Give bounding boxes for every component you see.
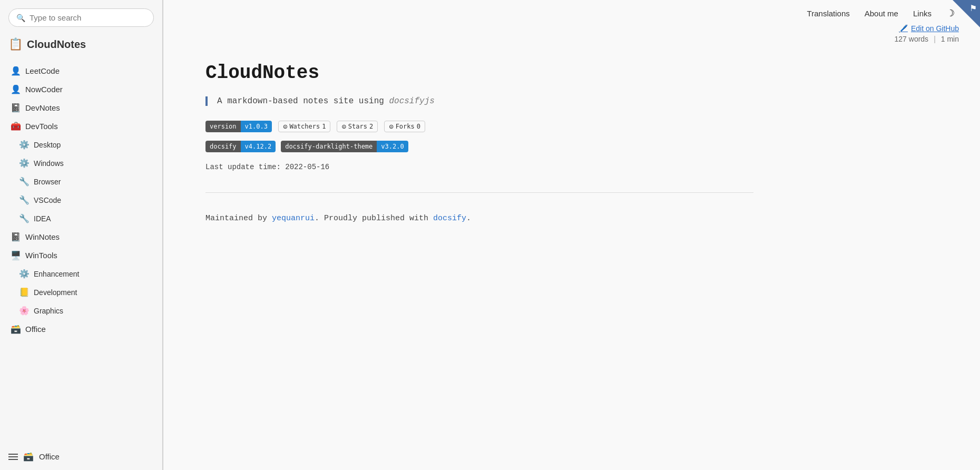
version-badge-label: version — [205, 121, 241, 132]
footer-suffix: . — [466, 214, 471, 223]
moon-icon[interactable]: ☽ — [946, 7, 955, 19]
links-link[interactable]: Links — [913, 9, 932, 18]
hamburger-icon[interactable] — [8, 454, 18, 460]
browser-label: Browser — [34, 178, 61, 186]
logo: 📋 CloudNotes — [0, 37, 162, 62]
logo-text: CloudNotes — [27, 38, 86, 51]
blockquote-prefix: A markdown-based notes site using — [217, 96, 389, 106]
sidebar-item-devtools[interactable]: 🧰DevTools — [0, 117, 162, 135]
devtools-icon: 🧰 — [11, 121, 21, 131]
translations-link[interactable]: Translations — [807, 9, 850, 18]
docsify-badge-value: v4.12.2 — [241, 141, 276, 152]
search-input[interactable] — [30, 13, 146, 22]
vscode-label: VSCode — [34, 196, 61, 204]
edit-github-row: 🖊️ Edit on GitHub — [163, 24, 980, 33]
sidebar-item-windows[interactable]: ⚙️Windows — [0, 154, 162, 172]
search-bar[interactable]: 🔍 — [8, 8, 154, 27]
forks-badge: ⊙ Forks 0 — [384, 121, 425, 132]
stars-label: Stars — [348, 123, 367, 130]
footer-user-link[interactable]: yequanrui — [272, 214, 315, 223]
read-time: 1 min — [941, 35, 959, 43]
winnotes-label: WinNotes — [25, 232, 60, 241]
docsify-badge: docsify v4.12.2 — [205, 141, 276, 152]
winnotes-icon: 📓 — [11, 232, 21, 242]
word-count: 127 words — [895, 35, 929, 43]
footer-text: Maintained by yequanrui. Proudly publish… — [205, 214, 753, 223]
search-icon: 🔍 — [16, 14, 25, 22]
stars-badge: ⊙ Stars 2 — [337, 121, 378, 132]
blockquote-text: A markdown-based notes site using docsif… — [217, 96, 753, 106]
sidebar-item-nowcoder[interactable]: 👤NowCoder — [0, 80, 162, 99]
sidebar-item-idea[interactable]: 🔧IDEA — [0, 209, 162, 228]
word-count-row: 127 words | 1 min — [163, 35, 980, 43]
devtools-label: DevTools — [25, 122, 58, 131]
github-icon-1: ⊙ — [283, 122, 287, 131]
graphics-label: Graphics — [34, 307, 63, 315]
office-label: Office — [25, 325, 46, 334]
sidebar-item-development[interactable]: 📒Development — [0, 283, 162, 301]
version-badge-value: v1.0.3 — [241, 121, 272, 132]
office-icon: 🗃️ — [11, 324, 21, 334]
wintools-label: WinTools — [25, 251, 57, 260]
flag-icon: ⚑ — [969, 3, 977, 13]
version-badge: version v1.0.3 — [205, 121, 272, 132]
watchers-badge: ⊙ Watchers 1 — [278, 121, 330, 132]
footer-tool-link[interactable]: docsify — [433, 214, 466, 223]
sidebar-item-browser[interactable]: 🔧Browser — [0, 172, 162, 191]
nowcoder-icon: 👤 — [11, 84, 21, 94]
docsify-badge-label: docsify — [205, 141, 241, 152]
development-label: Development — [34, 288, 77, 297]
top-nav: Translations About me Links ☽ ⚑ — [163, 0, 980, 24]
watchers-value: 1 — [322, 123, 326, 130]
enhancement-icon: ⚙️ — [19, 269, 30, 279]
watchers-label: Watchers — [289, 123, 320, 130]
idea-icon: 🔧 — [19, 213, 30, 223]
footer-mid: . Proudly published with — [315, 214, 433, 223]
sidebar: 🔍 📋 CloudNotes 👤LeetCode👤NowCoder📓DevNot… — [0, 0, 163, 470]
sidebar-item-winnotes[interactable]: 📓WinNotes — [0, 228, 162, 246]
idea-label: IDEA — [34, 214, 51, 223]
docsify-theme-badge: docsify-darklight-theme v3.2.0 — [281, 141, 408, 152]
badges-row-2: docsify v4.12.2 docsify-darklight-theme … — [205, 141, 753, 152]
graphics-icon: 🌸 — [19, 306, 30, 316]
sidebar-item-vscode[interactable]: 🔧VSCode — [0, 191, 162, 209]
windows-label: Windows — [34, 159, 64, 168]
devnotes-icon: 📓 — [11, 103, 21, 113]
forks-value: 0 — [417, 123, 420, 130]
page-title: CloudNotes — [205, 62, 753, 84]
leetcode-label: LeetCode — [25, 66, 60, 75]
windows-icon: ⚙️ — [19, 158, 30, 168]
docsify-theme-label: docsify-darklight-theme — [281, 141, 377, 152]
sidebar-item-enhancement[interactable]: ⚙️Enhancement — [0, 265, 162, 283]
github-icon-2: ⊙ — [341, 122, 346, 131]
desktop-icon: ⚙️ — [19, 140, 30, 150]
office-bottom-icon: 🗃️ — [23, 452, 34, 462]
edit-github-link[interactable]: Edit on GitHub — [911, 24, 959, 33]
enhancement-label: Enhancement — [34, 270, 79, 278]
sidebar-item-devnotes[interactable]: 📓DevNotes — [0, 99, 162, 117]
sidebar-bottom: 🗃️ Office — [0, 447, 162, 470]
sidebar-item-leetcode[interactable]: 👤LeetCode — [0, 62, 162, 80]
blockquote-italic: docsifyjs — [389, 96, 434, 106]
sidebar-item-graphics[interactable]: 🌸Graphics — [0, 301, 162, 320]
blockquote: A markdown-based notes site using docsif… — [205, 96, 753, 106]
nav-items: 👤LeetCode👤NowCoder📓DevNotes🧰DevTools⚙️De… — [0, 62, 162, 338]
content-body: CloudNotes A markdown-based notes site u… — [163, 52, 796, 244]
vscode-icon: 🔧 — [19, 195, 30, 205]
github-icon-3: ⊙ — [389, 122, 393, 131]
topnav-links-row: Translations About me Links ☽ — [184, 7, 959, 19]
about-me-link[interactable]: About me — [865, 9, 898, 18]
leetcode-icon: 👤 — [11, 66, 21, 76]
desktop-label: Desktop — [34, 141, 61, 149]
badges-row-1: version v1.0.3 ⊙ Watchers 1 ⊙ Stars 2 ⊙ … — [205, 121, 753, 132]
last-update: Last update time: 2022-05-16 — [205, 163, 753, 171]
sidebar-item-office[interactable]: 🗃️Office — [0, 320, 162, 338]
word-count-divider: | — [934, 35, 936, 43]
nowcoder-label: NowCoder — [25, 85, 63, 94]
office-bottom-label[interactable]: Office — [39, 452, 60, 461]
logo-icon: 📋 — [8, 37, 23, 51]
hamburger-row: 🗃️ Office — [0, 447, 162, 466]
sidebar-item-wintools[interactable]: 🖥️WinTools — [0, 246, 162, 265]
devnotes-label: DevNotes — [25, 103, 60, 112]
sidebar-item-desktop[interactable]: ⚙️Desktop — [0, 135, 162, 154]
